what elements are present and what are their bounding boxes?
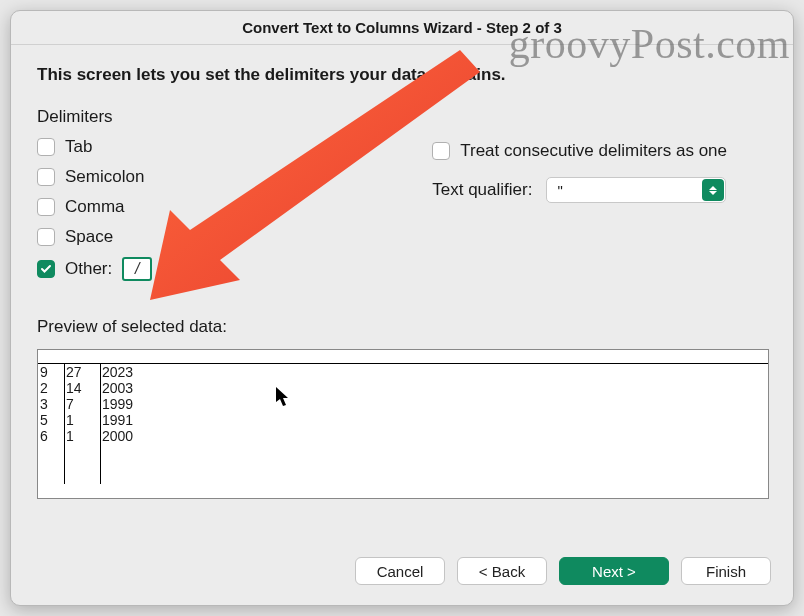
back-button[interactable]: < Back [457,557,547,585]
text-qualifier-row: Text qualifier: " [432,177,727,203]
preview-rows: 9 27 2023 2 14 2003 3 7 1999 5 1 199 [38,364,160,444]
table-row: 5 1 1991 [38,412,160,428]
preview-cell: 5 [38,412,64,428]
preview-cell: 1999 [100,396,160,412]
other-delimiter-input[interactable] [122,257,152,281]
preview-cell: 3 [38,396,64,412]
space-label: Space [65,227,113,247]
text-qualifier-value: " [557,182,562,199]
chevron-updown-icon [702,179,724,201]
preview-cell: 2003 [100,380,160,396]
comma-checkbox[interactable] [37,198,55,216]
other-checkbox[interactable] [37,260,55,278]
tab-checkbox[interactable] [37,138,55,156]
text-to-columns-dialog: Convert Text to Columns Wizard - Step 2 … [10,10,794,606]
preview-cell: 7 [64,396,100,412]
preview-cell: 27 [64,364,100,380]
tab-label: Tab [65,137,92,157]
semicolon-checkbox[interactable] [37,168,55,186]
text-qualifier-label: Text qualifier: [432,180,532,200]
preview-cell: 2023 [100,364,160,380]
delimiter-checkbox-column: Tab Semicolon Comma [37,137,152,281]
table-row: 2 14 2003 [38,380,160,396]
treat-consecutive-checkbox[interactable] [432,142,450,160]
delimiter-block: Tab Semicolon Comma [37,137,767,281]
dialog-title: Convert Text to Columns Wizard - Step 2 … [242,19,562,36]
treat-consecutive-label: Treat consecutive delimiters as one [460,141,727,161]
preview-cell: 1 [64,428,100,444]
other-checkbox-row[interactable]: Other: [37,257,152,281]
comma-label: Comma [65,197,125,217]
table-row: 3 7 1999 [38,396,160,412]
table-row: 9 27 2023 [38,364,160,380]
preview-cell: 1991 [100,412,160,428]
preview-cell: 6 [38,428,64,444]
tab-checkbox-row[interactable]: Tab [37,137,152,157]
preview-cell: 2 [38,380,64,396]
table-row: 6 1 2000 [38,428,160,444]
treat-consecutive-row[interactable]: Treat consecutive delimiters as one [432,141,727,161]
next-button[interactable]: Next > [559,557,669,585]
finish-button[interactable]: Finish [681,557,771,585]
space-checkbox[interactable] [37,228,55,246]
text-qualifier-select[interactable]: " [546,177,726,203]
preview-cell: 9 [38,364,64,380]
semicolon-label: Semicolon [65,167,144,187]
cancel-button[interactable]: Cancel [355,557,445,585]
delimiter-options-column: Treat consecutive delimiters as one Text… [432,137,727,281]
dialog-content: This screen lets you set the delimiters … [11,45,793,549]
other-label: Other: [65,259,112,279]
semicolon-checkbox-row[interactable]: Semicolon [37,167,152,187]
data-preview-box: 9 27 2023 2 14 2003 3 7 1999 5 1 199 [37,349,769,499]
dialog-button-bar: Cancel < Back Next > Finish [11,549,793,605]
comma-checkbox-row[interactable]: Comma [37,197,152,217]
space-checkbox-row[interactable]: Space [37,227,152,247]
dialog-titlebar: Convert Text to Columns Wizard - Step 2 … [11,11,793,45]
preview-cell: 2000 [100,428,160,444]
instruction-text: This screen lets you set the delimiters … [37,65,767,85]
preview-cell: 14 [64,380,100,396]
delimiters-label: Delimiters [37,107,767,127]
preview-cell: 1 [64,412,100,428]
preview-label: Preview of selected data: [37,317,767,337]
